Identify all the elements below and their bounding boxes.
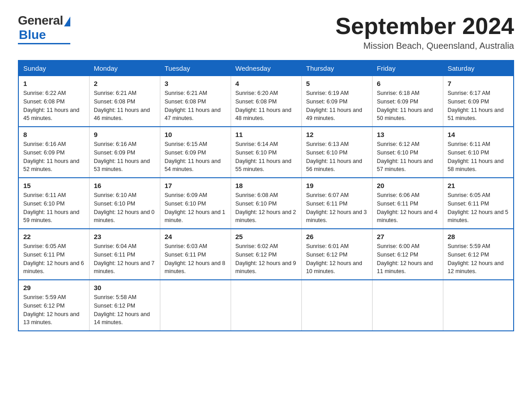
calendar-cell: 28Sunrise: 5:59 AMSunset: 6:12 PMDayligh… [443, 229, 514, 280]
day-number: 2 [94, 80, 155, 87]
calendar-cell: 17Sunrise: 6:09 AMSunset: 6:10 PMDayligh… [160, 178, 231, 229]
day-info: Sunrise: 6:21 AMSunset: 6:08 PMDaylight:… [165, 89, 226, 123]
calendar-cell: 24Sunrise: 6:03 AMSunset: 6:11 PMDayligh… [160, 229, 231, 280]
calendar-cell: 30Sunrise: 5:58 AMSunset: 6:12 PMDayligh… [89, 280, 160, 331]
day-info: Sunrise: 6:21 AMSunset: 6:08 PMDaylight:… [94, 89, 155, 123]
day-number: 15 [23, 182, 85, 189]
column-header-wednesday: Wednesday [231, 60, 301, 76]
calendar-cell: 26Sunrise: 6:01 AMSunset: 6:12 PMDayligh… [301, 229, 372, 280]
day-number: 7 [448, 80, 509, 87]
day-number: 6 [377, 80, 438, 87]
page-header: General Blue September 2024 Mission Beac… [18, 13, 514, 51]
calendar-cell: 7Sunrise: 6:17 AMSunset: 6:09 PMDaylight… [443, 76, 514, 127]
day-info: Sunrise: 6:01 AMSunset: 6:12 PMDaylight:… [306, 242, 368, 276]
calendar-cell: 29Sunrise: 5:59 AMSunset: 6:12 PMDayligh… [18, 280, 89, 331]
calendar-week-row: 29Sunrise: 5:59 AMSunset: 6:12 PMDayligh… [18, 280, 514, 331]
day-info: Sunrise: 5:59 AMSunset: 6:12 PMDaylight:… [448, 242, 509, 276]
day-number: 18 [236, 182, 297, 189]
calendar-cell: 14Sunrise: 6:11 AMSunset: 6:10 PMDayligh… [443, 127, 514, 178]
day-info: Sunrise: 6:18 AMSunset: 6:09 PMDaylight:… [377, 89, 438, 123]
day-info: Sunrise: 6:14 AMSunset: 6:10 PMDaylight:… [236, 140, 297, 174]
logo-blue-text: Blue [19, 28, 46, 42]
calendar-cell: 27Sunrise: 6:00 AMSunset: 6:12 PMDayligh… [372, 229, 443, 280]
day-number: 11 [236, 131, 297, 138]
column-header-friday: Friday [372, 60, 443, 76]
calendar-cell: 12Sunrise: 6:13 AMSunset: 6:10 PMDayligh… [301, 127, 372, 178]
day-number: 14 [448, 131, 509, 138]
calendar-table: SundayMondayTuesdayWednesdayThursdayFrid… [18, 60, 514, 331]
day-info: Sunrise: 6:05 AMSunset: 6:11 PMDaylight:… [23, 242, 85, 276]
day-info: Sunrise: 6:05 AMSunset: 6:11 PMDaylight:… [448, 191, 509, 225]
day-info: Sunrise: 6:17 AMSunset: 6:09 PMDaylight:… [448, 89, 509, 123]
day-number: 29 [23, 284, 85, 291]
day-info: Sunrise: 6:15 AMSunset: 6:09 PMDaylight:… [165, 140, 226, 174]
calendar-week-row: 22Sunrise: 6:05 AMSunset: 6:11 PMDayligh… [18, 229, 514, 280]
calendar-cell: 20Sunrise: 6:06 AMSunset: 6:11 PMDayligh… [372, 178, 443, 229]
day-number: 1 [23, 80, 85, 87]
location-text: Mission Beach, Queensland, Australia [335, 41, 514, 51]
day-info: Sunrise: 6:11 AMSunset: 6:10 PMDaylight:… [448, 140, 509, 174]
column-header-sunday: Sunday [18, 60, 89, 76]
calendar-cell: 5Sunrise: 6:19 AMSunset: 6:09 PMDaylight… [301, 76, 372, 127]
calendar-cell: 16Sunrise: 6:10 AMSunset: 6:10 PMDayligh… [89, 178, 160, 229]
day-number: 8 [23, 131, 85, 138]
day-info: Sunrise: 6:09 AMSunset: 6:10 PMDaylight:… [165, 191, 226, 225]
calendar-cell: 8Sunrise: 6:16 AMSunset: 6:09 PMDaylight… [18, 127, 89, 178]
column-header-tuesday: Tuesday [160, 60, 231, 76]
calendar-cell: 19Sunrise: 6:07 AMSunset: 6:11 PMDayligh… [301, 178, 372, 229]
day-number: 4 [236, 80, 297, 87]
day-number: 27 [377, 233, 438, 240]
day-info: Sunrise: 6:16 AMSunset: 6:09 PMDaylight:… [94, 140, 155, 174]
calendar-cell: 1Sunrise: 6:22 AMSunset: 6:08 PMDaylight… [18, 76, 89, 127]
calendar-cell [443, 280, 514, 331]
day-info: Sunrise: 6:11 AMSunset: 6:10 PMDaylight:… [23, 191, 85, 225]
calendar-week-row: 8Sunrise: 6:16 AMSunset: 6:09 PMDaylight… [18, 127, 514, 178]
calendar-week-row: 1Sunrise: 6:22 AMSunset: 6:08 PMDaylight… [18, 76, 514, 127]
day-info: Sunrise: 6:20 AMSunset: 6:08 PMDaylight:… [236, 89, 297, 123]
calendar-cell: 18Sunrise: 6:08 AMSunset: 6:10 PMDayligh… [231, 178, 301, 229]
day-number: 20 [377, 182, 438, 189]
logo-underline [18, 43, 70, 44]
day-info: Sunrise: 6:07 AMSunset: 6:11 PMDaylight:… [306, 191, 368, 225]
day-info: Sunrise: 5:58 AMSunset: 6:12 PMDaylight:… [94, 293, 155, 327]
day-info: Sunrise: 6:06 AMSunset: 6:11 PMDaylight:… [377, 191, 438, 225]
calendar-cell: 22Sunrise: 6:05 AMSunset: 6:11 PMDayligh… [18, 229, 89, 280]
day-number: 23 [94, 233, 155, 240]
day-info: Sunrise: 6:00 AMSunset: 6:12 PMDaylight:… [377, 242, 438, 276]
day-number: 13 [377, 131, 438, 138]
calendar-cell: 13Sunrise: 6:12 AMSunset: 6:10 PMDayligh… [372, 127, 443, 178]
day-number: 21 [448, 182, 509, 189]
calendar-cell: 11Sunrise: 6:14 AMSunset: 6:10 PMDayligh… [231, 127, 301, 178]
day-number: 3 [165, 80, 226, 87]
day-number: 24 [165, 233, 226, 240]
day-number: 25 [236, 233, 297, 240]
calendar-week-row: 15Sunrise: 6:11 AMSunset: 6:10 PMDayligh… [18, 178, 514, 229]
calendar-cell: 21Sunrise: 6:05 AMSunset: 6:11 PMDayligh… [443, 178, 514, 229]
calendar-cell [160, 280, 231, 331]
day-info: Sunrise: 6:16 AMSunset: 6:09 PMDaylight:… [23, 140, 85, 174]
calendar-cell: 2Sunrise: 6:21 AMSunset: 6:08 PMDaylight… [89, 76, 160, 127]
day-number: 19 [306, 182, 368, 189]
day-number: 30 [94, 284, 155, 291]
calendar-cell: 6Sunrise: 6:18 AMSunset: 6:09 PMDaylight… [372, 76, 443, 127]
day-number: 26 [306, 233, 368, 240]
calendar-cell [301, 280, 372, 331]
calendar-cell [231, 280, 301, 331]
day-info: Sunrise: 6:02 AMSunset: 6:12 PMDaylight:… [236, 242, 297, 276]
title-section: September 2024 Mission Beach, Queensland… [335, 13, 514, 51]
day-number: 12 [306, 131, 368, 138]
day-info: Sunrise: 6:13 AMSunset: 6:10 PMDaylight:… [306, 140, 368, 174]
logo: General Blue [18, 13, 70, 44]
day-number: 28 [448, 233, 509, 240]
day-info: Sunrise: 6:19 AMSunset: 6:09 PMDaylight:… [306, 89, 368, 123]
day-info: Sunrise: 6:08 AMSunset: 6:10 PMDaylight:… [236, 191, 297, 225]
day-number: 17 [165, 182, 226, 189]
day-number: 22 [23, 233, 85, 240]
month-title: September 2024 [335, 13, 514, 39]
calendar-cell: 10Sunrise: 6:15 AMSunset: 6:09 PMDayligh… [160, 127, 231, 178]
calendar-cell: 4Sunrise: 6:20 AMSunset: 6:08 PMDaylight… [231, 76, 301, 127]
logo-general-text: General [18, 13, 63, 28]
calendar-cell [372, 280, 443, 331]
logo-triangle-icon [64, 17, 70, 26]
day-info: Sunrise: 6:12 AMSunset: 6:10 PMDaylight:… [377, 140, 438, 174]
